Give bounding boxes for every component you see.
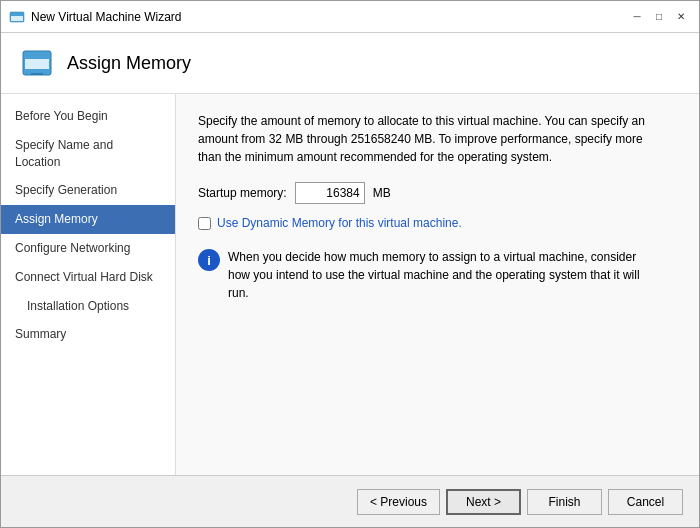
main-panel: Specify the amount of memory to allocate…	[176, 94, 699, 475]
info-icon: i	[198, 249, 220, 271]
wizard-footer: < Previous Next > Finish Cancel	[1, 475, 699, 527]
dynamic-memory-checkbox[interactable]	[198, 217, 211, 230]
sidebar-item[interactable]: Summary	[1, 320, 175, 349]
header-title: Assign Memory	[67, 53, 191, 74]
sidebar: Before You BeginSpecify Name and Locatio…	[1, 94, 176, 475]
window-title: New Virtual Machine Wizard	[31, 10, 621, 24]
title-bar: New Virtual Machine Wizard ─ □ ✕	[1, 1, 699, 33]
sidebar-item[interactable]: Before You Begin	[1, 102, 175, 131]
svg-rect-6	[31, 73, 43, 75]
sidebar-item[interactable]: Installation Options	[1, 292, 175, 321]
description-text: Specify the amount of memory to allocate…	[198, 112, 648, 166]
wizard-content: Before You BeginSpecify Name and Locatio…	[1, 94, 699, 475]
finish-button[interactable]: Finish	[527, 489, 602, 515]
svg-rect-2	[11, 14, 23, 16]
wizard-header: Assign Memory	[1, 33, 699, 94]
info-box: i When you decide how much memory to ass…	[198, 242, 658, 308]
sidebar-item[interactable]: Specify Name and Location	[1, 131, 175, 177]
previous-button[interactable]: < Previous	[357, 489, 440, 515]
startup-memory-label: Startup memory:	[198, 186, 287, 200]
dynamic-memory-label[interactable]: Use Dynamic Memory for this virtual mach…	[217, 216, 462, 230]
header-icon	[21, 47, 53, 79]
cancel-button[interactable]: Cancel	[608, 489, 683, 515]
info-text: When you decide how much memory to assig…	[228, 248, 658, 302]
window-controls: ─ □ ✕	[627, 8, 691, 26]
wizard-window: New Virtual Machine Wizard ─ □ ✕ Assign …	[0, 0, 700, 528]
startup-memory-input[interactable]	[295, 182, 365, 204]
minimize-button[interactable]: ─	[627, 8, 647, 26]
sidebar-item[interactable]: Configure Networking	[1, 234, 175, 263]
sidebar-item[interactable]: Specify Generation	[1, 176, 175, 205]
next-button[interactable]: Next >	[446, 489, 521, 515]
close-button[interactable]: ✕	[671, 8, 691, 26]
maximize-button[interactable]: □	[649, 8, 669, 26]
sidebar-item[interactable]: Assign Memory	[1, 205, 175, 234]
sidebar-item[interactable]: Connect Virtual Hard Disk	[1, 263, 175, 292]
startup-memory-unit: MB	[373, 186, 391, 200]
svg-rect-5	[25, 55, 49, 59]
window-icon	[9, 9, 25, 25]
startup-memory-row: Startup memory: MB	[198, 182, 677, 204]
dynamic-memory-row: Use Dynamic Memory for this virtual mach…	[198, 216, 677, 230]
